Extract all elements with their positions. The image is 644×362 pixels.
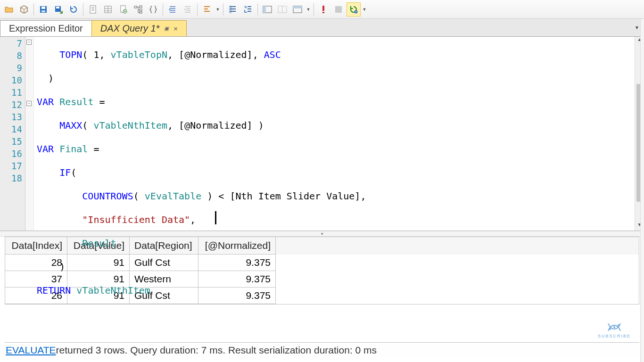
svg-rect-2 (41, 10, 45, 12)
svg-rect-19 (322, 6, 324, 11)
pin-icon[interactable]: ▣ (164, 25, 169, 32)
tab-bar: Expression Editor DAX Query 1* ▣ × ▼ (0, 19, 644, 37)
tab-label: Expression Editor (9, 23, 83, 34)
table-doc-button[interactable] (101, 2, 115, 16)
panel-dropdown[interactable]: ▼ (305, 7, 311, 12)
svg-rect-10 (140, 6, 142, 8)
svg-rect-12 (140, 12, 142, 13)
svg-rect-13 (229, 6, 231, 13)
svg-rect-15 (263, 6, 266, 13)
outdent-button[interactable] (181, 2, 195, 16)
format-button[interactable] (200, 2, 214, 16)
subscribe-watermark: SUBSCRIBE (598, 321, 631, 338)
doc-button[interactable] (86, 2, 100, 16)
save-button[interactable] (36, 2, 50, 16)
svg-rect-11 (140, 9, 142, 11)
fold-column: − − (25, 37, 34, 230)
run-dropdown[interactable]: ▼ (362, 7, 367, 12)
tab-dax-query-1[interactable]: DAX Query 1* ▣ × (91, 20, 187, 36)
toolbar: ▼ ▼ ▼ (0, 0, 644, 19)
refresh-button[interactable] (66, 2, 81, 16)
svg-rect-9 (134, 6, 137, 8)
panel2-button[interactable] (275, 2, 289, 16)
fold-toggle[interactable]: − (26, 101, 32, 106)
indent-button[interactable] (165, 2, 180, 16)
code-editor[interactable]: 7 8 9 10 11 12 13 14 15 16 17 18 − − TOP… (0, 37, 644, 231)
text-cursor (215, 211, 216, 224)
tab-label: DAX Query 1* (100, 23, 160, 34)
close-icon[interactable]: × (173, 25, 178, 33)
save-as-button[interactable] (51, 2, 66, 16)
stop-button[interactable] (331, 2, 346, 16)
line-gutter: 7 8 9 10 11 12 13 14 15 16 17 18 (0, 37, 25, 230)
svg-point-25 (618, 324, 619, 326)
code-area[interactable]: TOPN( 1, vTableTopN, [@Normalized], ASC … (34, 37, 635, 230)
tree-button[interactable] (131, 2, 145, 16)
svg-rect-5 (90, 6, 96, 13)
page-add-button[interactable] (116, 2, 130, 16)
evaluate-link[interactable]: EVALUATE (6, 345, 56, 356)
fold-toggle[interactable]: − (26, 40, 32, 45)
right-docking-strip (640, 19, 644, 362)
run-button[interactable] (347, 2, 361, 16)
panel3-button[interactable] (290, 2, 305, 16)
open-folder-button[interactable] (2, 2, 16, 16)
svg-rect-21 (335, 6, 342, 13)
status-message: returned 3 rows. Query duration: 7 ms. R… (56, 345, 377, 356)
tab-expression-editor[interactable]: Expression Editor (0, 20, 92, 36)
cube-button[interactable] (17, 2, 31, 16)
panel1-button[interactable] (260, 2, 274, 16)
warning-button[interactable] (316, 2, 330, 16)
format-dropdown[interactable]: ▼ (215, 7, 221, 12)
svg-rect-18 (293, 6, 302, 8)
svg-rect-1 (41, 7, 45, 9)
uncomment-button[interactable] (241, 2, 255, 16)
svg-point-24 (613, 326, 615, 328)
svg-point-23 (609, 328, 611, 330)
curly-button[interactable] (146, 2, 160, 16)
svg-rect-20 (322, 12, 324, 13)
comment-button[interactable] (226, 2, 240, 16)
status-bar: EVALUATE returned 3 rows. Query duration… (5, 342, 639, 357)
svg-rect-4 (56, 7, 59, 8)
